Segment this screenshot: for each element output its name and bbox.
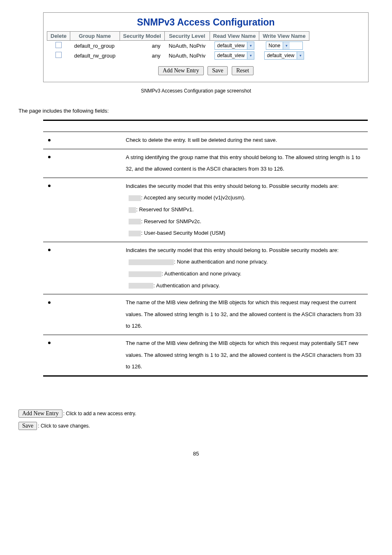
table-row: default_rw_group any NoAuth, NoPriv defa… [47, 51, 309, 60]
save-button[interactable]: Save [18, 422, 37, 430]
cell-level: NoAuth, NoPriv [164, 41, 210, 51]
field-desc: The name of the MIB view defining the MI… [124, 294, 368, 335]
chevron-down-icon: ▾ [247, 52, 254, 59]
panel-title: SNMPv3 Access Configuration [44, 13, 368, 31]
chevron-down-icon: ▾ [247, 42, 254, 49]
intro-text: The page includes the following fields: [18, 108, 374, 114]
reset-button[interactable]: Reset [232, 66, 254, 75]
table-row: default_ro_group any NoAuth, NoPriv defa… [47, 41, 309, 51]
bullet-icon [48, 185, 51, 187]
read-view-select[interactable]: default_view▾ [214, 51, 255, 60]
col-level: Security Level [164, 32, 210, 41]
cell-model: any [120, 41, 164, 51]
add-new-entry-button[interactable]: Add New Entry [158, 66, 204, 75]
cell-model: any [120, 51, 164, 60]
save-button[interactable]: Save [208, 66, 228, 75]
col-read: Read View Name [210, 32, 259, 41]
delete-checkbox[interactable] [55, 52, 62, 58]
term-placeholder [129, 207, 136, 213]
footer-save: Save : Click to save changes. [18, 422, 374, 430]
term-placeholder [129, 219, 141, 224]
term-placeholder [129, 231, 141, 236]
footer-add: Add New Entry : Click to add a new acces… [18, 409, 374, 418]
bullet-icon [48, 249, 51, 251]
term-placeholder [129, 259, 174, 265]
write-view-select[interactable]: None▾ [266, 42, 303, 50]
field-desc: Indicates the security model that this e… [124, 242, 368, 294]
bullet-icon [48, 139, 51, 141]
cell-level: NoAuth, NoPriv [164, 51, 210, 60]
config-panel: SNMPv3 Access Configuration Delete Group… [43, 12, 369, 82]
write-view-select[interactable]: default_view▾ [264, 51, 304, 60]
bullet-icon [48, 301, 51, 304]
cell-group: default_ro_group [70, 41, 120, 51]
term-placeholder [129, 195, 141, 201]
col-write: Write View Name [259, 32, 309, 41]
bullet-icon [48, 156, 51, 158]
col-delete: Delete [47, 32, 70, 41]
term-placeholder [129, 271, 161, 277]
fields-table: Check to delete the entry. It will be de… [43, 120, 368, 377]
chevron-down-icon: ▾ [283, 42, 290, 49]
col-group: Group Name [70, 32, 120, 41]
button-row: Add New Entry Save Reset [44, 60, 368, 82]
field-desc: A string identifying the group name that… [124, 149, 368, 178]
page-number: 85 [18, 451, 374, 457]
field-desc: Check to delete the entry. It will be de… [124, 132, 368, 149]
config-table: Delete Group Name Security Model Securit… [47, 31, 309, 60]
field-desc: The name of the MIB view defining the MI… [124, 335, 368, 376]
cell-group: default_rw_group [70, 51, 120, 60]
col-model: Security Model [120, 32, 164, 41]
figure-caption: SNMPv3 Accesses Configuration page scree… [18, 88, 374, 94]
delete-checkbox[interactable] [55, 42, 62, 48]
chevron-down-icon: ▾ [297, 52, 304, 59]
field-desc: Indicates the security model that this e… [124, 178, 368, 242]
bullet-icon [48, 342, 51, 344]
add-new-entry-button[interactable]: Add New Entry [18, 409, 62, 418]
read-view-select[interactable]: default_view▾ [214, 42, 255, 50]
term-placeholder [129, 283, 153, 289]
